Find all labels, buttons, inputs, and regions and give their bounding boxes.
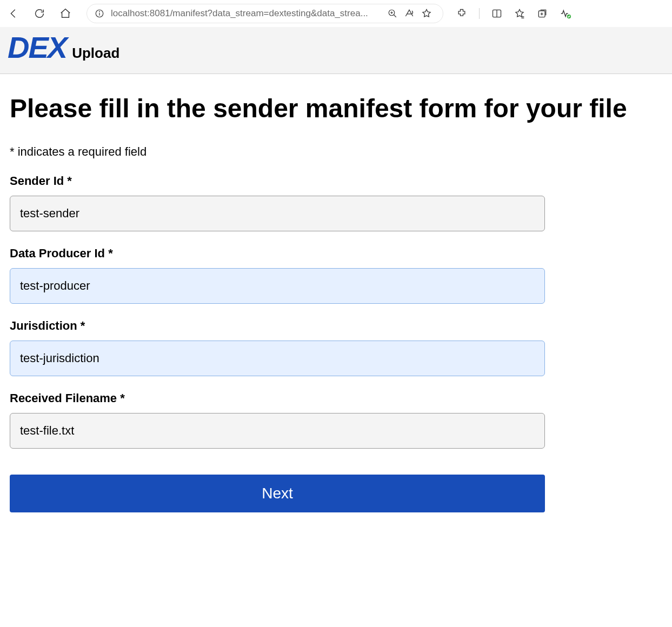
performance-icon[interactable] — [560, 8, 571, 19]
favorites-list-icon[interactable] — [514, 8, 525, 19]
extensions-icon[interactable] — [456, 8, 467, 19]
sender-id-input[interactable] — [10, 196, 545, 231]
main-content: Please fill in the sender manifest form … — [0, 74, 672, 534]
received-filename-label: Received Filename * — [10, 391, 662, 405]
split-screen-icon[interactable] — [491, 8, 502, 19]
svg-point-2 — [99, 11, 100, 12]
field-data-producer-id: Data Producer Id * — [10, 246, 662, 304]
jurisdiction-input[interactable] — [10, 341, 545, 376]
app-header: DEX Upload — [0, 27, 672, 74]
separator — [479, 8, 480, 19]
back-icon[interactable] — [8, 8, 19, 19]
nav-icon-group — [8, 8, 71, 19]
zoom-icon[interactable] — [388, 9, 397, 18]
browser-toolbar: localhost:8081/manifest?data_stream=dext… — [0, 0, 672, 27]
favorite-star-icon[interactable] — [421, 8, 432, 19]
field-jurisdiction: Jurisdiction * — [10, 319, 662, 376]
data-producer-id-label: Data Producer Id * — [10, 246, 662, 261]
sender-id-label: Sender Id * — [10, 174, 662, 188]
read-aloud-icon[interactable] — [404, 8, 415, 19]
page-title: Please fill in the sender manifest form … — [10, 94, 662, 123]
toolbar-right-icons — [456, 8, 571, 19]
data-producer-id-input[interactable] — [10, 268, 545, 304]
jurisdiction-label: Jurisdiction * — [10, 319, 662, 333]
refresh-icon[interactable] — [34, 8, 45, 19]
field-sender-id: Sender Id * — [10, 174, 662, 231]
required-note: * indicates a required field — [10, 145, 662, 159]
url-text: localhost:8081/manifest?data_stream=dext… — [111, 8, 368, 19]
home-icon[interactable] — [59, 8, 71, 19]
dex-logo: DEX — [8, 32, 66, 63]
next-button[interactable]: Next — [10, 475, 545, 512]
info-icon[interactable] — [95, 9, 104, 18]
collections-icon[interactable] — [537, 8, 548, 19]
address-bar[interactable]: localhost:8081/manifest?data_stream=dext… — [87, 4, 443, 23]
svg-line-4 — [394, 15, 396, 17]
received-filename-input[interactable] — [10, 413, 545, 449]
field-received-filename: Received Filename * — [10, 391, 662, 449]
header-subtitle: Upload — [72, 45, 119, 63]
